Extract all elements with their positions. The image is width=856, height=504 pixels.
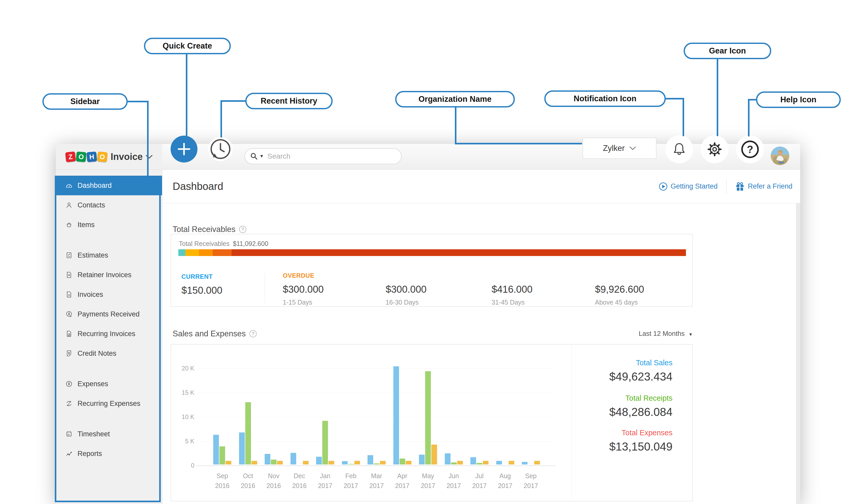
x-axis-year: 2016 [287, 482, 313, 489]
receipts-bar [425, 371, 431, 465]
sidebar-item-expenses[interactable]: Expenses [56, 374, 162, 394]
aging-column: $300.0001-15 Days [283, 284, 381, 306]
callout-notification-icon: Notification Icon [544, 90, 666, 107]
sales-bar [470, 457, 476, 465]
aging-period: 1-15 Days [283, 299, 381, 306]
sidebar-item-retainer-invoices[interactable]: Retainer Invoices [56, 265, 162, 285]
plus-icon [177, 142, 191, 156]
callout-gear-icon: Gear Icon [684, 43, 771, 59]
bar-group-jan-2017 [316, 421, 334, 465]
sidebar-item-label: Retainer Invoices [77, 271, 131, 279]
receipts-bar [271, 460, 277, 465]
sidebar-item-recurring-expenses[interactable]: Recurring Expenses [56, 394, 162, 413]
sidebar-item-label: Contacts [77, 201, 105, 209]
search-input[interactable] [268, 152, 379, 160]
sales-bar [265, 454, 270, 465]
search-icon[interactable] [250, 152, 258, 160]
receipts-bar [451, 463, 457, 465]
sidebar-menu: DashboardContactsItemsEstimatesRetainer … [56, 176, 162, 464]
x-axis-year: 2016 [209, 482, 235, 489]
sidebar-item-recurring-invoices[interactable]: Recurring Invoices [56, 324, 162, 344]
receipts-bar [477, 463, 482, 465]
payments-icon [65, 310, 73, 318]
bar-group-oct-2016 [239, 402, 257, 465]
sidebar-item-label: Expenses [77, 380, 108, 388]
expenses-bar [431, 445, 437, 465]
quick-create-button[interactable] [171, 136, 197, 162]
sidebar-item-contacts[interactable]: Contacts [56, 195, 162, 215]
x-axis-month: Oct [235, 472, 261, 480]
x-axis-month: Jan [312, 472, 338, 480]
chevron-down-icon [629, 146, 636, 150]
total-receipts-value: $48,286.084 [577, 406, 673, 418]
notification-button[interactable] [665, 136, 693, 163]
expenses-bar [534, 461, 540, 465]
expenses-bar [303, 461, 308, 465]
sidebar-item-credit-notes[interactable]: Credit Notes [56, 344, 162, 363]
retainer-icon [65, 271, 73, 279]
header-links: Getting Started Refer a Friend [659, 179, 792, 194]
card-divider [571, 345, 572, 501]
date-range-dropdown[interactable]: Last 12 Months ▼ [615, 330, 693, 338]
refer-a-friend-link[interactable]: Refer a Friend [735, 182, 792, 191]
expenses-bar [354, 461, 360, 465]
bar-group-jun-2017 [445, 453, 463, 465]
receipts-bar [399, 458, 405, 465]
organization-selector[interactable]: Zylker [583, 138, 657, 159]
chevron-down-icon[interactable] [145, 155, 153, 159]
sidebar-item-label: Timesheet [77, 430, 110, 438]
sidebar-item-estimates[interactable]: Estimates [56, 246, 162, 265]
sidebar-item-payments-received[interactable]: Payments Received [56, 304, 162, 324]
expenses-bar [457, 461, 463, 465]
sidebar-item-items[interactable]: Items [56, 215, 162, 235]
date-range-label: Last 12 Months [639, 330, 685, 337]
help-tooltip-icon[interactable]: ? [249, 330, 257, 337]
recurring_exp-icon [65, 400, 73, 408]
y-axis-tick: 20 K [175, 365, 194, 372]
aging-column: $9,926.600Above 45 days [595, 284, 693, 306]
help-button[interactable]: ? [736, 136, 764, 163]
expenses-bar [380, 461, 386, 465]
recent-history-button[interactable] [208, 137, 233, 161]
search-box[interactable]: ▼ [245, 148, 402, 164]
expenses-bar [277, 461, 283, 465]
logo-row[interactable]: ZOHO Invoice [56, 144, 162, 170]
getting-started-label: Getting Started [671, 182, 718, 191]
receivables-segment-current [178, 249, 185, 256]
sales-bar [393, 366, 399, 465]
settings-button[interactable] [701, 136, 729, 163]
sidebar-item-timesheet[interactable]: Timesheet [56, 424, 162, 444]
total-receivables-card: Total Receivables $11,092.600 CURRENT $1… [171, 234, 693, 307]
help-tooltip-icon[interactable]: ? [239, 226, 246, 233]
sidebar-item-label: Estimates [77, 251, 108, 259]
sidebar-item-label: Invoices [77, 291, 103, 299]
search-scope-caret[interactable]: ▼ [260, 154, 264, 159]
getting-started-link[interactable]: Getting Started [659, 182, 718, 191]
sidebar-item-invoices[interactable]: Invoices [56, 285, 162, 304]
gridline [196, 466, 556, 466]
sidebar-item-label: Credit Notes [77, 349, 116, 358]
dashboard-icon [65, 182, 73, 190]
total-sales: Total Sales $49,623.434 [577, 359, 673, 383]
logo-letter-box: O [76, 151, 86, 162]
x-axis-year: 2017 [441, 482, 467, 489]
sidebar-item-label: Items [77, 221, 94, 229]
sidebar-item-reports[interactable]: Reports [56, 444, 162, 464]
expenses-bar [406, 461, 411, 465]
estimates-icon [65, 251, 73, 259]
total-receivables-heading: Total Receivables ? [173, 225, 246, 234]
bar-group-nov-2016 [265, 454, 283, 465]
sidebar-item-dashboard[interactable]: Dashboard [56, 176, 162, 195]
x-axis-year: 2016 [261, 482, 287, 489]
x-axis-month: Sep [518, 472, 544, 480]
current-label: CURRENT [181, 273, 213, 280]
scrollbar[interactable] [796, 203, 800, 504]
avatar[interactable] [771, 146, 789, 165]
sidebar-item-label: Recurring Expenses [77, 400, 140, 408]
bar-group-apr-2017 [393, 366, 411, 465]
x-axis-month: Aug [492, 472, 518, 480]
total-expenses-label: Total Expenses [577, 429, 673, 437]
timesheet-icon [65, 430, 73, 438]
header-divider [726, 179, 727, 194]
receivables-summary: Total Receivables $11,092.600 [179, 240, 268, 248]
